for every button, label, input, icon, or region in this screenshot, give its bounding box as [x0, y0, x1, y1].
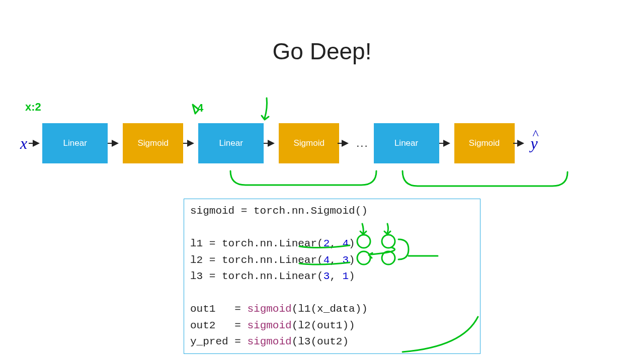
slide-title: Go Deep! — [0, 38, 644, 65]
block-sigmoid-n: Sigmoid — [454, 123, 515, 163]
ellipsis: ... — [356, 137, 368, 150]
code-line: l2 = torch.nn.Linear(4, 3) — [190, 252, 474, 269]
arrow-icon — [187, 140, 194, 147]
code-line — [190, 220, 474, 236]
arrow-icon — [342, 140, 349, 147]
network-flow: x Linear Sigmoid Linear Sigmoid ... Line… — [20, 123, 624, 163]
block-sigmoid-2: Sigmoid — [279, 123, 339, 163]
arrow-icon — [517, 140, 524, 147]
block-linear-2: Linear — [198, 123, 264, 163]
arrow-icon — [33, 140, 40, 147]
code-line: out2 = sigmoid(l2(out1)) — [190, 318, 474, 334]
block-linear-n: Linear — [374, 123, 439, 163]
block-linear-1: Linear — [42, 123, 108, 163]
annotation-4: 4 — [197, 102, 204, 114]
code-line: l3 = torch.nn.Linear(3, 1) — [190, 268, 474, 285]
block-sigmoid-1: Sigmoid — [123, 123, 183, 163]
code-line: sigmoid = torch.nn.Sigmoid() — [190, 203, 474, 220]
arrow-icon — [268, 140, 275, 147]
annotation-x2: x:2 — [25, 101, 41, 113]
arrow-icon — [443, 140, 450, 147]
code-line: l1 = torch.nn.Linear(2, 4) — [190, 236, 474, 252]
code-line — [190, 285, 474, 302]
variable-x: x — [20, 134, 27, 153]
code-line: out1 = sigmoid(l1(x_data)) — [190, 301, 474, 318]
code-block: sigmoid = torch.nn.Sigmoid() l1 = torch.… — [184, 199, 480, 354]
variable-y-hat: ^y — [531, 134, 538, 153]
code-line: y_pred = sigmoid(l3(out2) — [190, 334, 474, 350]
arrow-icon — [112, 140, 119, 147]
